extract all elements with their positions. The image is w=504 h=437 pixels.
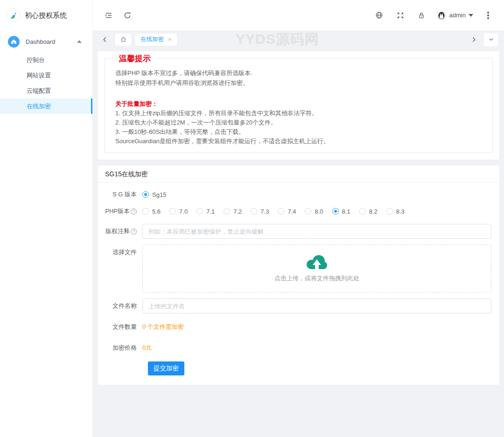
notice-line: 选择PHP 版本不宜过多，请确保代码兼容所选版本.	[115, 68, 482, 78]
sidebar-item-console[interactable]: 控制台	[0, 52, 92, 68]
php-radio[interactable]	[332, 208, 339, 215]
tab-home[interactable]	[115, 34, 131, 46]
php-version-option[interactable]: 7.3	[251, 208, 269, 215]
notice-legend: 温馨提示	[114, 53, 156, 64]
file-select-label: 选择文件	[98, 244, 142, 257]
app-title: 初心授权系统	[25, 11, 67, 20]
price-label: 加密价格	[98, 344, 142, 352]
cloud-upload-icon	[306, 254, 328, 271]
notice-line: 2. 压缩包大小不能超过2M，一次一个压缩包最多20个文件。	[115, 118, 482, 127]
tabs-scroll-left-icon[interactable]	[99, 34, 111, 46]
sg-version-row: S G 版本 Sg15	[98, 190, 499, 199]
refresh-icon[interactable]	[121, 9, 133, 21]
sidebar-group-label: Dashboard	[26, 38, 71, 45]
user-menu[interactable]: admin	[436, 10, 473, 21]
username: admin	[449, 12, 466, 19]
php-radio[interactable]	[278, 208, 284, 215]
filename-row: 文件名称	[98, 298, 499, 313]
encrypt-form: S G 版本 Sg15 PHP版本 5.6	[98, 183, 499, 385]
tab-online-encrypt[interactable]: 在线加密	[135, 34, 177, 46]
topbar-left	[103, 9, 133, 21]
collapse-sidebar-icon[interactable]	[103, 9, 115, 21]
php-radio[interactable]	[224, 208, 230, 215]
submit-row: 提交加密	[98, 361, 499, 375]
php-version-option[interactable]: 7.2	[224, 208, 242, 215]
sg15-radio[interactable]	[142, 191, 149, 198]
php-radio[interactable]	[169, 208, 176, 215]
notice-line: 特别提示使用手机用户请用谷歌浏览器进行加密。	[115, 78, 482, 88]
fullscreen-icon[interactable]	[394, 9, 406, 21]
php-radio[interactable]	[196, 208, 203, 215]
language-globe-icon[interactable]	[373, 9, 385, 21]
upload-hint: 点击上传，或将文件拖拽到此处	[274, 274, 359, 283]
notice-fieldset: 温馨提示 选择PHP 版本不宜过多，请确保代码兼容所选版本. 特别提示使用手机用…	[105, 58, 493, 153]
upload-dropzone[interactable]: 点击上传，或将文件拖拽到此处	[142, 244, 491, 292]
tab-close-icon[interactable]	[168, 36, 172, 42]
file-count-label: 文件数量	[98, 323, 142, 331]
php-version-option[interactable]: 7.4	[278, 208, 296, 215]
rocket-logo-icon	[7, 8, 21, 22]
copyright-input[interactable]	[142, 224, 491, 239]
php-radio[interactable]	[305, 208, 311, 215]
content: 温馨提示 选择PHP 版本不宜过多，请确保代码兼容所选版本. 特别提示使用手机用…	[93, 48, 504, 437]
file-count-row: 文件数量 0 个文件需加密	[98, 323, 499, 331]
file-count-value: 0 个文件需加密	[142, 323, 184, 331]
app-window: 初心授权系统 Dashboard 控制台 网站设置 云端配置 在线加密	[0, 0, 504, 437]
lock-icon[interactable]	[415, 9, 427, 21]
info-icon[interactable]	[131, 208, 137, 215]
notice-line: 1. 仅支持上传zip后缀的压缩文件，所有目录不能包含中文和其他非法字符。	[115, 109, 482, 118]
notice-line: 3. 一般10秒-60S出结果，等待完整，点击下载。	[115, 127, 482, 137]
chevron-up-icon	[77, 40, 82, 43]
notice-batch-title: 关于批量加密：	[115, 99, 482, 109]
sidebar-item-online-encrypt[interactable]: 在线加密	[0, 98, 92, 114]
price-value: 0元	[142, 344, 152, 352]
notice-card: 温馨提示 选择PHP 版本不宜过多，请确保代码兼容所选版本. 特别提示使用手机用…	[98, 51, 499, 160]
sidebar-item-cloud-config[interactable]: 云端配置	[0, 83, 92, 98]
php-version-row: PHP版本 5.6 7.0 7.1	[98, 207, 499, 215]
chevron-down-icon	[469, 14, 473, 17]
filename-input[interactable]	[142, 298, 491, 313]
submit-encrypt-button[interactable]: 提交加密	[148, 361, 184, 375]
php-version-label: PHP版本	[98, 207, 142, 215]
php-version-option[interactable]: 8.0	[305, 208, 323, 215]
php-radio[interactable]	[359, 208, 366, 215]
sg-version-label: S G 版本	[98, 190, 142, 199]
filename-label: 文件名称	[98, 302, 142, 310]
php-version-option[interactable]: 7.1	[196, 208, 215, 215]
price-row: 加密价格 0元	[98, 344, 499, 352]
tab-label: 在线加密	[140, 35, 164, 43]
sidebar-group-dashboard[interactable]: Dashboard	[0, 31, 92, 52]
php-radio[interactable]	[251, 208, 257, 215]
file-select-row: 选择文件 点击上传，或将文件拖拽到此处	[98, 244, 499, 292]
tabs-menu-icon[interactable]	[484, 33, 498, 46]
php-version-option[interactable]: 8.2	[359, 208, 378, 215]
logo-row: 初心授权系统	[0, 0, 92, 31]
tabs-scroll-right-icon[interactable]	[468, 34, 480, 46]
sg-version-option[interactable]: Sg15	[142, 191, 166, 198]
php-radio[interactable]	[386, 208, 393, 215]
card-title: SG15在线加密	[98, 166, 499, 183]
tabbar: 在线加密	[93, 31, 504, 48]
php-version-option[interactable]: 8.3	[386, 208, 405, 215]
sidebar: 初心授权系统 Dashboard 控制台 网站设置 云端配置 在线加密	[0, 0, 93, 437]
more-menu-icon[interactable]	[482, 9, 494, 21]
topbar-right: admin	[373, 9, 494, 21]
sidebar-item-site-settings[interactable]: 网站设置	[0, 68, 92, 83]
php-version-option-selected[interactable]: 8.1	[332, 208, 350, 215]
php-version-option[interactable]: 5.6	[142, 208, 161, 215]
encrypt-form-card: SG15在线加密 S G 版本 Sg15 PHP版本	[98, 166, 499, 385]
home-icon	[8, 36, 20, 48]
php-version-option[interactable]: 7.0	[169, 208, 188, 215]
copyright-row: 版权注释	[98, 224, 499, 239]
topbar: admin	[93, 0, 504, 31]
notice-line: SourceGuardian是组件加密，需要安装组件才能运行，不适合虚拟主机上运…	[115, 137, 482, 146]
info-icon[interactable]	[131, 229, 137, 235]
main-area: admin 在线加密	[93, 0, 504, 437]
php-radio[interactable]	[142, 208, 149, 215]
avatar	[436, 10, 447, 21]
copyright-label: 版权注释	[98, 227, 142, 236]
